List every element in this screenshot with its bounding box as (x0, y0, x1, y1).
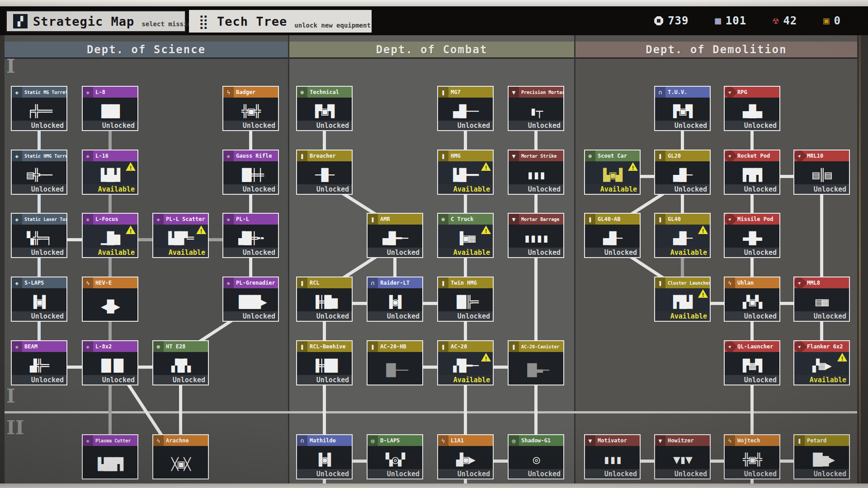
node-art-icon: ▚╬═╕ (12, 228, 66, 248)
connection-line (422, 302, 438, 305)
node-status: Available (438, 375, 493, 385)
tech-node-wojtech[interactable]: ϟ Wojtech ╬▣╬ Unlocked (724, 434, 780, 479)
node-status: Unlocked (223, 248, 278, 257)
connection-line (640, 175, 655, 178)
tech-node-rcl[interactable]: ❚ RCL ▐╪█▆ Unlocked (296, 277, 353, 322)
energy-icon: ✳ (83, 87, 93, 98)
tech-node-l8[interactable]: ✳ L-8 ▐██▌ Unlocked (82, 86, 138, 131)
tech-node-flanker[interactable]: ➤ Flanker 6x2 ▞▦▶ !Available (793, 340, 850, 385)
node-status: Unlocked (12, 184, 66, 194)
tech-node-plasma[interactable]: ✳ Plasma Cutter ▙██▜ (82, 434, 138, 479)
tab-strategic-map-title: Strategic Map (33, 14, 134, 28)
connection-line (710, 302, 725, 305)
node-header: ✳ L-Focus (83, 214, 137, 225)
node-body: ▟╬═ Unlocked (12, 352, 66, 385)
tech-node-badger[interactable]: ϟ Badger ╬▣╬ Unlocked (222, 86, 279, 131)
connection-line (750, 257, 754, 277)
tech-node-rocketpod[interactable]: ➤ Rocket Pod ▛█▜ Unlocked (724, 150, 780, 195)
tech-node-mathilde[interactable]: ∩ Mathilde ▐◉▌ Unlocked (296, 434, 353, 479)
tech-node-ac20[interactable]: ❚ AC-20 ▞█━─ !Available (437, 340, 494, 385)
tech-node-uhlan[interactable]: ϟ Uhlan ▞▣▚ Unlocked (724, 277, 780, 322)
tech-node-mml8[interactable]: ➤ MML8 ▤▦ Unlocked (793, 277, 850, 322)
tech-node-rpg[interactable]: ➤ RPG ▄█▄ Unlocked (724, 86, 780, 131)
node-art-icon: ◀█▶ (83, 292, 137, 321)
node-body: ╒╬══ Unlocked (12, 98, 66, 130)
tech-node-scout[interactable]: ⊕ Scout Car ▙▣▟ !Available (584, 150, 641, 195)
chip-resource-icon: ▣ (823, 16, 829, 26)
tech-node-ac20can[interactable]: ❚ AC-20-Canister ▐█▬─ (508, 340, 564, 385)
tech-node-tuv[interactable]: ∩ T.U.V. ▛▣▜ Unlocked (654, 86, 711, 131)
tech-node-twinhmg[interactable]: ❚ Twin HMG ▐█╠═ Unlocked (437, 277, 494, 322)
bomb-icon: ▼ (509, 87, 519, 98)
tech-node-hmg[interactable]: ❚ HMG ▙█━━ !Available (437, 150, 494, 195)
tech-node-l1a1[interactable]: ϟ L1A1 ▟▣▶ Unlocked (437, 434, 494, 479)
node-header: ⊕ Technical (297, 87, 352, 98)
tech-node-mortbarrage[interactable]: ▼ Mortar Barrage ▮▮▮▮ Unlocked (508, 213, 564, 258)
tab-strategic-map[interactable]: ▞ Strategic Map select mission (5, 10, 186, 33)
energy-icon: ✳ (153, 214, 164, 225)
tech-node-slaps[interactable]: ✚ S-LAPS ▐▣▌ Unlocked (11, 277, 67, 322)
drone-bolt-icon: ϟ (153, 435, 164, 446)
tech-node-gauss[interactable]: ✳ Gauss Rifle ▐█╪╪ Unlocked (222, 150, 279, 195)
connection-line (464, 130, 467, 150)
node-body: ▐◉▌ Unlocked (368, 288, 422, 321)
tech-node-breacher[interactable]: ❚ Breacher ─█─ Unlocked (296, 150, 353, 195)
tech-node-shmg[interactable]: ✚ Static HMG Turret ▤╬── Unlocked (11, 150, 67, 195)
connection-line (323, 321, 326, 341)
tech-node-slaser[interactable]: ✚ Static Laser Turret ▚╬═╕ Unlocked (11, 213, 67, 258)
tech-node-qll[interactable]: ➤ QL-Launcher ▛▦▜ Unlocked (724, 340, 780, 385)
node-body: ▐███▶ Unlocked (223, 288, 278, 321)
energy-icon: ✳ (223, 277, 234, 288)
octagon-resource-icon (654, 16, 663, 25)
tech-node-hte28[interactable]: ⊕ HT E28 ▞█▚ Unlocked (152, 340, 209, 385)
tech-tree-canvas: Dept. of Science Dept. of Combat Dept. o… (0, 35, 868, 483)
tech-node-cluster[interactable]: ❚ Cluster Launcher ▛█▟ !Available (654, 277, 711, 322)
tech-node-howitzer[interactable]: ▼ Howitzer ▼▮▼ Unlocked (654, 434, 711, 479)
node-art-icon: ▐█╪╪ (223, 165, 278, 185)
node-art-icon: ▐███▶ (223, 292, 278, 312)
node-name: D-LAPS (378, 435, 422, 446)
tech-node-technical[interactable]: ⊕ Technical ▛▣▜ Unlocked (296, 86, 353, 131)
tech-node-mortstrike[interactable]: ▼ Mortar Strike ▮▮▮ Unlocked (508, 150, 564, 195)
tech-node-l8x2[interactable]: ✳ L-8x2 ▐█▐█ Unlocked (82, 340, 138, 385)
tech-node-mrl10[interactable]: ➤ MRL10 ▤║▤ Unlocked (793, 150, 850, 195)
tech-node-precmortar[interactable]: ▼ Precision Mortar ▮┬ Unlocked (508, 86, 564, 131)
tech-node-pllscatter[interactable]: ✳ PL-L Scatter ▙█▛═ !Available (152, 213, 209, 258)
vehicle-icon: ⊕ (153, 341, 164, 352)
tech-node-lfocus[interactable]: ✳ L-Focus ▁█▆ !Available (82, 213, 138, 258)
tech-node-smg[interactable]: ✚ Static MG Turret ╒╬══ Unlocked (11, 86, 67, 131)
tech-node-raider[interactable]: ∩ Raider-LT ▐◉▌ Unlocked (367, 277, 423, 322)
node-header: ✳ L-8x2 (83, 341, 137, 352)
vehicle-icon: ⊕ (585, 150, 595, 161)
tech-node-beam[interactable]: ✳ BEAM ▟╬═ Unlocked (11, 340, 67, 385)
tech-node-pll[interactable]: ✳ PL-L ▟█╪╍ Unlocked (222, 213, 279, 258)
tab-tech-tree[interactable]: ⣿ Tech Tree unlock new equipment (189, 10, 372, 33)
node-header: ✳ BEAM (12, 341, 66, 352)
tech-node-petard[interactable]: ❚ Petard ▐█▆▶ Unlocked (793, 434, 850, 479)
tech-node-shadow[interactable]: ◎ Shadow-G1 ◎ Unlocked (508, 434, 564, 479)
tech-node-missilepod[interactable]: ➤ Missile Pod ▬█▬ Unlocked (724, 213, 780, 258)
node-name: Missile Pod (735, 214, 779, 225)
tech-node-dlaps[interactable]: ◎ D-LAPS ▚◎▞ Unlocked (367, 434, 423, 479)
node-header: ⊕ Scout Car (585, 150, 640, 161)
bullet-icon: ❚ (655, 150, 665, 161)
tech-node-ctruck[interactable]: ⊕ C Truck ▐▣▦ !Available (437, 213, 494, 258)
connection-line (750, 130, 754, 150)
tech-node-gl20[interactable]: ❚ GL20 ▄█─ Unlocked (654, 150, 711, 195)
tech-node-gl40ab[interactable]: ❚ GL40-AB ▄█─ Unlocked (584, 213, 641, 258)
node-name: HMG (448, 150, 493, 161)
tech-node-rclbeehive[interactable]: ❚ RCL-Beehive ▐╪██ Unlocked (296, 340, 353, 385)
tech-node-l16[interactable]: ✳ L-16 ▙█▟ !Available (82, 150, 138, 195)
tech-node-plgren[interactable]: ✳ PL-Grenadier ▐███▶ Unlocked (222, 277, 279, 322)
node-name: Static HMG Turret (22, 150, 66, 161)
tech-node-gl40[interactable]: ❚ GL40 ▄█─ !Available (654, 213, 711, 258)
node-art-icon: ▛▦▜ (725, 356, 779, 375)
tech-node-ac20hb[interactable]: ❚ AC-20-HB ▐█── (367, 340, 423, 385)
tech-node-mg7[interactable]: ❚ MG7 ▄█── Unlocked (437, 86, 494, 131)
node-name: Mortar Strike (519, 150, 563, 161)
tech-node-amr[interactable]: ❚ AMR ▄█━─ Unlocked (367, 213, 423, 258)
tech-node-arachne[interactable]: ϟ Arachne ╳▣╳ (152, 434, 209, 479)
tech-node-heve[interactable]: ϟ HEV-E ◀█▶ (82, 277, 138, 322)
node-body: ◀█▶ (83, 288, 137, 321)
tech-node-motivator[interactable]: ▼ Motivator ▮▮▮ Unlocked (584, 434, 641, 479)
